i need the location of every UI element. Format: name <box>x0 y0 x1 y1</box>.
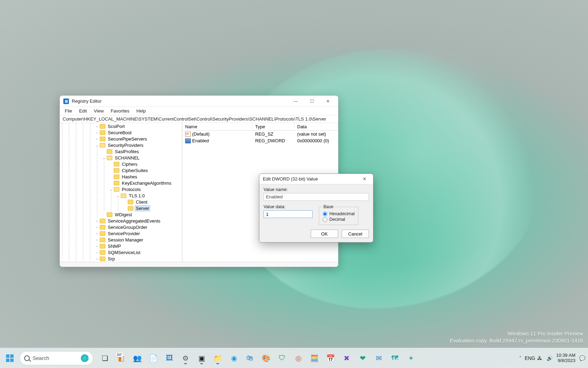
menu-edit[interactable]: Edit <box>78 108 88 114</box>
health-icon[interactable]: ❤ <box>356 351 370 365</box>
value-name-field[interactable]: Enabled <box>264 193 369 201</box>
col-name[interactable]: Name <box>182 123 252 130</box>
explorer-icon[interactable]: 📁 <box>211 351 225 365</box>
expander-icon[interactable]: › <box>95 131 99 135</box>
start-button[interactable] <box>3 351 17 365</box>
tray-volume-icon[interactable]: 🔊 <box>546 355 553 361</box>
tree-item-server[interactable]: Server <box>60 205 182 211</box>
tray-language[interactable]: ENG <box>527 355 533 361</box>
search-icon <box>24 355 30 361</box>
security-icon[interactable]: 🛡 <box>275 351 289 365</box>
tree-item-schannel[interactable]: ⌄SCHANNEL <box>60 155 182 161</box>
ok-button[interactable]: OK <box>311 230 338 238</box>
tree-item-ciphers[interactable]: Ciphers <box>60 161 182 167</box>
radio-hex[interactable]: Hexadecimal <box>323 211 355 216</box>
chrome-icon[interactable]: ◎ <box>291 351 305 365</box>
watermark-line2: Evaluation copy. Build 25947.rs_prerelea… <box>450 337 583 344</box>
tree-item-client[interactable]: Client <box>60 199 182 205</box>
expander-icon[interactable]: › <box>95 124 99 128</box>
windows-logo-icon <box>5 354 14 363</box>
dialog-close-button[interactable]: ✕ <box>359 176 370 182</box>
expander-icon[interactable]: › <box>95 232 99 236</box>
tree-item-secureboot[interactable]: ›SecureBoot <box>60 129 182 136</box>
tree-item-sqmservicelist[interactable]: ›SQMServiceList <box>60 249 182 255</box>
tree-item-serviceaggregatedevents[interactable]: ›ServiceAggregatedEvents <box>60 218 182 224</box>
widgets-icon[interactable]: ◧84° <box>114 351 128 365</box>
settings-icon[interactable]: ⚙ <box>178 351 192 365</box>
radio-dec[interactable]: Decimal <box>323 217 355 222</box>
tree-item-keyexchangealgorithms[interactable]: KeyExchangeAlgorithms <box>60 180 182 186</box>
paint-icon[interactable]: 🎨 <box>259 351 273 365</box>
edge-icon[interactable]: ◉ <box>227 351 241 365</box>
tree-item-hashes[interactable]: Hashes <box>60 173 182 180</box>
folder-icon <box>100 238 105 242</box>
folder-icon <box>100 231 105 236</box>
folder-icon <box>128 206 133 211</box>
tree-item-serviceprovider[interactable]: ›ServiceProvider <box>60 230 182 237</box>
minimize-button[interactable]: — <box>288 96 304 107</box>
col-data[interactable]: Data <box>294 123 338 130</box>
maximize-button[interactable]: ☐ <box>304 96 320 107</box>
tree-item-snmp[interactable]: ›SNMP <box>60 243 182 249</box>
expander-icon[interactable]: › <box>95 244 99 248</box>
photos-icon[interactable]: 🖼 <box>162 351 176 365</box>
tree-item-label: ScsiPort <box>107 124 126 129</box>
list-row[interactable]: (Default)REG_SZ(value not set) <box>182 131 338 137</box>
tree-item-srp[interactable]: ›Srp <box>60 255 182 262</box>
col-type[interactable]: Type <box>252 123 294 130</box>
expander-icon[interactable]: › <box>95 251 99 254</box>
taskbar-search[interactable]: Search <box>20 351 93 365</box>
menu-view[interactable]: View <box>92 108 105 114</box>
tree-item-servicegrouporder[interactable]: ›ServiceGroupOrder <box>60 224 182 230</box>
expander-icon[interactable]: ⌄ <box>95 143 99 147</box>
tree-item-label: Protocols <box>121 187 142 192</box>
calendar-icon[interactable]: 📅 <box>323 351 337 365</box>
cancel-button[interactable]: Cancel <box>342 230 369 238</box>
expander-icon[interactable]: › <box>95 225 99 229</box>
tree-pane[interactable]: ›ScsiPort›SecureBoot›SecurePipeServers⌄S… <box>60 123 182 262</box>
tray-network-icon[interactable]: 🖧 <box>537 355 543 361</box>
value-data-input[interactable] <box>264 210 313 218</box>
tray-clock[interactable]: 10:39 AM 9/8/2023 <box>556 353 575 363</box>
expander-icon[interactable]: › <box>95 257 99 261</box>
tree-item-ciphersuites[interactable]: CipherSuites <box>60 167 182 173</box>
tree-item-protocols[interactable]: ⌄Protocols <box>60 186 182 192</box>
maps-icon[interactable]: 🗺 <box>388 351 402 365</box>
mail-icon[interactable]: ✉ <box>372 351 386 365</box>
dialog-titlebar[interactable]: Edit DWORD (32-bit) Value ✕ <box>259 174 373 184</box>
expander-icon[interactable]: ⌄ <box>116 194 120 198</box>
address-bar[interactable]: Computer\HKEY_LOCAL_MACHINE\SYSTEM\Curre… <box>60 115 338 123</box>
expander-icon[interactable]: › <box>95 238 99 242</box>
radio-hex-input[interactable] <box>323 212 327 216</box>
expander-icon[interactable]: ⌄ <box>109 188 113 191</box>
tray-overflow-chevron-icon[interactable]: ˄ <box>517 355 523 361</box>
xbox-icon[interactable]: ✖ <box>340 351 354 365</box>
task-view-icon[interactable]: ❏ <box>98 351 112 365</box>
expander-icon[interactable]: › <box>95 137 99 141</box>
expander-icon[interactable]: › <box>95 219 99 223</box>
close-button[interactable]: ✕ <box>320 96 336 107</box>
tree-item-scsiport[interactable]: ›ScsiPort <box>60 123 182 129</box>
tree-item-securepipeservers[interactable]: ›SecurePipeServers <box>60 136 182 142</box>
tray-notifications-icon[interactable]: 💬 <box>579 355 585 361</box>
list-row[interactable]: EnabledREG_DWORD0x00000000 (0) <box>182 137 338 144</box>
tree-item-tls-1-0[interactable]: ⌄TLS 1.0 <box>60 192 182 199</box>
tree-item-label: WDigest <box>114 212 133 217</box>
app-icon[interactable]: ✦ <box>404 351 418 365</box>
titlebar[interactable]: ▦ Registry Editor — ☐ ✕ <box>60 96 338 107</box>
teams-icon[interactable]: 👥 <box>130 351 144 365</box>
tree-item-wdigest[interactable]: WDigest <box>60 211 182 218</box>
terminal-icon[interactable]: ▣ <box>195 351 209 365</box>
tree-item-securityproviders[interactable]: ⌄SecurityProviders <box>60 142 182 148</box>
menu-favorites[interactable]: Favorites <box>109 108 131 114</box>
sticky-notes-icon[interactable]: 📄 <box>146 351 160 365</box>
expander-icon[interactable]: ⌄ <box>102 156 106 160</box>
menu-file[interactable]: File <box>63 108 74 114</box>
folder-icon <box>114 187 119 192</box>
tree-item-saslprofiles[interactable]: SaslProfiles <box>60 148 182 155</box>
store-icon[interactable]: 🛍 <box>243 351 257 365</box>
radio-dec-input[interactable] <box>323 217 327 222</box>
calculator-icon[interactable]: 🧮 <box>307 351 321 365</box>
tree-item-session-manager[interactable]: ›Session Manager <box>60 237 182 243</box>
menu-help[interactable]: Help <box>135 108 147 114</box>
